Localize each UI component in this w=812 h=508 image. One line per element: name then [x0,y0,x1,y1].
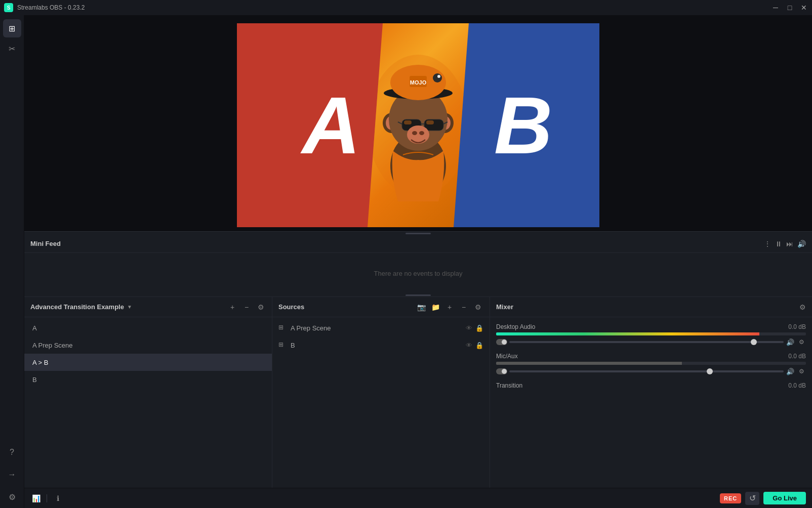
info-icon[interactable]: ℹ [52,493,63,504]
source-item-left-2: ⊞ B [278,341,295,349]
main-layout: ⊞ ✂ ? → ⚙ A B [0,15,812,508]
svg-rect-19 [426,120,434,124]
sources-title: Sources [278,303,304,311]
sidebar-item-login[interactable]: → [3,465,21,484]
scenes-add-button[interactable]: + [227,302,237,312]
minifeed-header: Mini Feed ⋮ ⏸ ⏭ 🔊 [24,235,812,253]
mixer-mic-gear-icon[interactable]: ⚙ [797,367,806,376]
minifeed-controls: ⋮ ⏸ ⏭ 🔊 [764,240,806,248]
mixer-desktop-volume-icon[interactable]: 🔊 [786,337,795,347]
mixer-item-mic: Mic/Aux 0.0 dB [490,351,812,380]
scenes-title-area: Advanced Transition Example ▼ [30,303,132,311]
mixer-desktop-header: Desktop Audio 0.0 dB [496,323,806,330]
mixer-transition-db: 0.0 dB [788,382,806,389]
scene-item-b[interactable]: B [24,371,272,388]
title-text: Streamlabs OBS - 0.23.2 [17,4,85,11]
sources-add-button[interactable]: + [444,302,455,313]
bottom-bar: 📊 ℹ REC ↺ Go Live [24,488,812,508]
titlebar: S Streamlabs OBS - 0.23.2 ─ □ ✕ [0,0,812,15]
mixer-desktop-gear-icon[interactable]: ⚙ [797,337,806,347]
rec-button[interactable]: REC [720,493,741,503]
mixer-panel: Mixer ⚙ Desktop Audio 0.0 dB [490,297,812,488]
bottom-panels: Advanced Transition Example ▼ + − ⚙ A A … [24,297,812,488]
mixer-desktop-db: 0.0 dB [788,323,806,330]
minimize-button[interactable]: ─ [772,4,780,12]
golive-button[interactable]: Go Live [763,492,806,504]
content-area: A B [24,15,812,508]
sidebar-item-scenes[interactable]: ⊞ [3,19,21,37]
svg-point-11 [433,73,442,82]
mixer-desktop-name: Desktop Audio [496,323,535,330]
scenes-header: Advanced Transition Example ▼ + − ⚙ [24,297,272,317]
source-item-aprep[interactable]: ⊞ A Prep Scene 👁 🔒 [272,319,490,336]
app-icon: S [4,3,13,12]
sources-remove-button[interactable]: − [458,302,469,313]
mixer-mic-db: 0.0 dB [788,353,806,360]
maximize-button[interactable]: □ [786,4,794,12]
minifeed-filter-icon[interactable]: ⋮ [764,240,771,248]
scene-a-letter: A [302,85,360,166]
mixer-mic-slider-thumb[interactable] [707,368,713,374]
mixer-mic-name: Mic/Aux [496,353,518,360]
vertical-separator [47,494,47,502]
mixer-mic-meter [496,362,806,365]
mixer-transition-header: Transition 0.0 dB [496,382,806,389]
source-item-controls-1: 👁 🔒 [466,324,483,332]
handle-bar [405,233,431,234]
source-item-b[interactable]: ⊞ B 👁 🔒 [272,336,490,354]
scene-b-letter: B [494,85,553,166]
source-lock-icon-1[interactable]: 🔒 [475,324,483,332]
scene-item-a[interactable]: A [24,319,272,336]
scenes-remove-button[interactable]: − [241,302,252,312]
mixer-list: Desktop Audio 0.0 dB [490,317,812,488]
stats-icon[interactable]: 📊 [30,493,42,504]
mixer-mic-controls: 🔊 ⚙ [496,367,806,376]
minifeed-pause-icon[interactable]: ⏸ [775,240,782,248]
mixer-mic-toggle-dot [502,369,507,374]
mixer-desktop-meter-fill [496,332,759,335]
minifeed-volume-icon[interactable]: 🔊 [797,240,806,248]
sidebar-item-tools[interactable]: ✂ [3,39,21,58]
sidebar: ⊞ ✂ ? → ⚙ [0,15,24,508]
source-lock-icon-2[interactable]: 🔒 [475,342,483,349]
sources-panel: Sources 📷 📁 + − ⚙ ⊞ A Prep Scene [272,297,490,488]
sources-list: ⊞ A Prep Scene 👁 🔒 ⊞ B [272,317,490,488]
scene-item-aprep[interactable]: A Prep Scene [24,336,272,354]
svg-rect-18 [404,120,412,124]
minifeed-skip-icon[interactable]: ⏭ [786,240,793,248]
mixer-desktop-toggle-dot [502,340,507,345]
svg-point-22 [419,131,424,135]
source-eye-icon-2[interactable]: 👁 [466,342,472,349]
bottom-bar-left: 📊 ℹ [30,493,63,504]
mixer-header: Mixer ⚙ [490,297,812,317]
mixer-desktop-toggle[interactable] [496,339,507,345]
mixer-desktop-slider-thumb[interactable] [751,339,757,345]
source-eye-icon-1[interactable]: 👁 [466,324,472,332]
svg-point-21 [412,131,417,135]
mixer-desktop-slider[interactable] [509,341,784,343]
scene-item-atob[interactable]: A > B [24,354,272,371]
sources-actions: 📷 📁 + − ⚙ [416,302,483,313]
close-button[interactable]: ✕ [800,4,808,12]
sources-camera-button[interactable]: 📷 [416,302,427,313]
reset-button[interactable]: ↺ [745,492,759,505]
sources-folder-button[interactable]: 📁 [430,302,441,313]
sources-settings-button[interactable]: ⚙ [472,302,483,313]
mixer-mic-toggle[interactable] [496,368,507,374]
svg-point-12 [437,75,440,78]
mixer-title: Mixer [496,303,513,311]
mixer-item-desktop: Desktop Audio 0.0 dB [490,321,812,351]
sidebar-item-help[interactable]: ? [3,443,21,461]
sidebar-item-settings[interactable]: ⚙ [3,488,21,506]
scenes-settings-button[interactable]: ⚙ [256,302,266,312]
mixer-settings-icon[interactable]: ⚙ [799,303,806,311]
mixer-mic-volume-icon[interactable]: 🔊 [786,367,795,376]
monkey-graphic: MOJO [368,45,469,206]
scenes-title: Advanced Transition Example [30,303,124,311]
handle-bar-2 [405,294,431,296]
mixer-mic-slider[interactable] [509,370,784,372]
mixer-desktop-controls: 🔊 ⚙ [496,337,806,347]
minifeed-content: There are no events to display [24,253,812,293]
scenes-dropdown-arrow[interactable]: ▼ [127,304,132,310]
bottom-bar-right: REC ↺ Go Live [720,492,806,505]
